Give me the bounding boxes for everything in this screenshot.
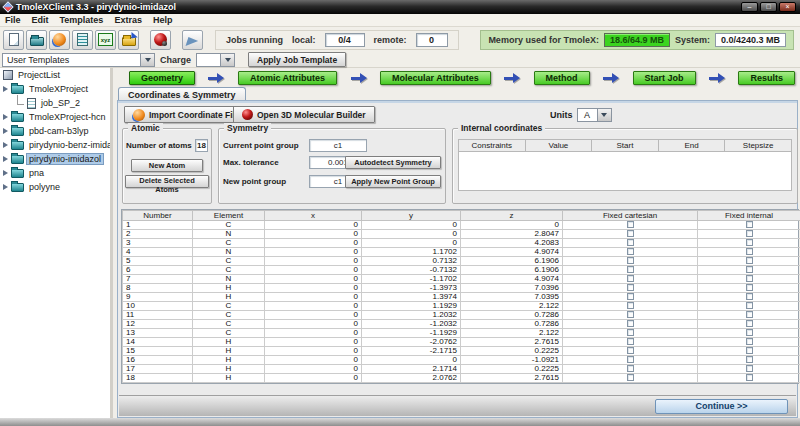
table-row[interactable]: 13C0-1.19292.122: [123, 329, 800, 338]
units-value[interactable]: A: [577, 108, 597, 122]
table-row[interactable]: 11C01.20320.7286: [123, 311, 800, 320]
open-folder-icon-button[interactable]: [26, 30, 47, 50]
fixed-internal-checkbox[interactable]: [746, 329, 753, 336]
fixed-internal-checkbox[interactable]: [746, 248, 753, 255]
table-row[interactable]: 18H02.07622.7615: [123, 374, 800, 383]
internal-column-value[interactable]: Value: [526, 139, 593, 152]
fixed-internal-checkbox[interactable]: [746, 311, 753, 318]
fixed-cartesian-checkbox[interactable]: [627, 374, 634, 381]
fixed-cartesian-checkbox[interactable]: [627, 347, 634, 354]
units-dropdown[interactable]: A: [577, 108, 612, 122]
fixed-cartesian-checkbox[interactable]: [627, 329, 634, 336]
fixed-cartesian-checkbox[interactable]: [627, 320, 634, 327]
fixed-internal-checkbox[interactable]: [746, 302, 753, 309]
title-bar[interactable]: TmoleXClient 3.3 - pirydynio-imidazol –□…: [0, 0, 800, 14]
fixed-cartesian-checkbox[interactable]: [627, 356, 634, 363]
internal-column-end[interactable]: End: [659, 139, 726, 152]
fixed-internal-checkbox[interactable]: [746, 275, 753, 282]
table-row[interactable]: 2N002.8047: [123, 230, 800, 239]
column-header-x[interactable]: x: [265, 211, 362, 221]
column-header-fixed-cartesian[interactable]: Fixed cartesian: [563, 211, 698, 221]
table-row[interactable]: 4N01.17024.9074: [123, 248, 800, 257]
fixed-internal-checkbox[interactable]: [746, 257, 753, 264]
internal-column-start[interactable]: Start: [592, 139, 659, 152]
fixed-internal-checkbox[interactable]: [746, 338, 753, 345]
internal-column-constraints[interactable]: Constraints: [458, 139, 526, 152]
expand-icon[interactable]: [3, 86, 8, 92]
import-coordinate-file-button[interactable]: Import Coordinate File: [124, 106, 249, 123]
fixed-cartesian-checkbox[interactable]: [627, 365, 634, 372]
open-3d-builder-button[interactable]: Open 3D Molecular Builder: [233, 106, 375, 123]
delete-selected-atoms-button[interactable]: Delete Selected Atoms: [125, 175, 209, 188]
column-header-number[interactable]: Number: [123, 211, 193, 221]
table-row[interactable]: 17H02.17140.2225: [123, 365, 800, 374]
tree-item-pirydynio-benz-imidazol[interactable]: pirydynio-benz-imidazol: [0, 138, 110, 152]
tree-root-projectlist[interactable]: ProjectList: [0, 68, 110, 82]
user-templates-dropdown[interactable]: User Templates: [2, 53, 155, 67]
tree-item-tmolexproject[interactable]: TmoleXProject: [0, 82, 110, 96]
fixed-cartesian-checkbox[interactable]: [627, 230, 634, 237]
expand-icon[interactable]: [3, 142, 8, 148]
fixed-cartesian-checkbox[interactable]: [627, 248, 634, 255]
tree-item-pirydynio-imidazol[interactable]: pirydynio-imidazol: [0, 152, 110, 166]
fixed-cartesian-checkbox[interactable]: [627, 275, 634, 282]
expand-icon[interactable]: [3, 114, 8, 120]
table-row[interactable]: 14H0-2.07622.7615: [123, 338, 800, 347]
workflow-step-molecular-attributes[interactable]: Molecular Attributes: [380, 71, 491, 85]
maximize-button[interactable]: □: [760, 2, 777, 12]
table-row[interactable]: 15H0-2.17150.2225: [123, 347, 800, 356]
apply-job-template-button[interactable]: Apply Job Template: [248, 52, 346, 67]
fixed-cartesian-checkbox[interactable]: [627, 284, 634, 291]
new-file-icon-button[interactable]: [3, 30, 24, 50]
tree-item-pna[interactable]: pna: [0, 166, 110, 180]
fixed-cartesian-checkbox[interactable]: [627, 311, 634, 318]
minimize-button[interactable]: –: [741, 2, 758, 12]
fixed-cartesian-checkbox[interactable]: [627, 302, 634, 309]
menu-help[interactable]: Help: [153, 15, 173, 25]
editor-icon-button[interactable]: [72, 30, 93, 50]
expand-icon[interactable]: [3, 156, 8, 162]
fixed-internal-checkbox[interactable]: [746, 365, 753, 372]
column-header-fixed-internal[interactable]: Fixed internal: [698, 211, 800, 221]
charge-dropdown-button[interactable]: [220, 53, 235, 67]
fixed-cartesian-checkbox[interactable]: [627, 266, 634, 273]
new-atom-button[interactable]: New Atom: [131, 159, 203, 172]
charge-value[interactable]: [196, 53, 220, 67]
fixed-cartesian-checkbox[interactable]: [627, 239, 634, 246]
fixed-internal-checkbox[interactable]: [746, 293, 753, 300]
fixed-internal-checkbox[interactable]: [746, 230, 753, 237]
table-row[interactable]: 7N0-1.17024.9074: [123, 275, 800, 284]
autodetect-symmetry-button[interactable]: Autodetect Symmetry: [345, 156, 441, 169]
expand-icon[interactable]: [3, 170, 8, 176]
fixed-cartesian-checkbox[interactable]: [627, 293, 634, 300]
internal-column-stepsize[interactable]: Stepsize: [725, 139, 792, 152]
expand-icon[interactable]: [3, 128, 8, 134]
table-row[interactable]: 3C004.2083: [123, 239, 800, 248]
table-row[interactable]: 6C0-0.71326.1906: [123, 266, 800, 275]
workflow-step-atomic-attributes[interactable]: Atomic Attributes: [238, 71, 337, 85]
internal-coordinates-body[interactable]: [458, 152, 792, 191]
continue-button[interactable]: Continue >>: [655, 399, 788, 414]
fixed-internal-checkbox[interactable]: [746, 356, 753, 363]
molecule-builder-icon-button[interactable]: [182, 30, 203, 50]
export-xyz-icon-button[interactable]: xyz: [95, 30, 116, 50]
workflow-step-start-job[interactable]: Start Job: [633, 71, 696, 85]
table-row[interactable]: 10C01.19292.122: [123, 302, 800, 311]
menu-extras[interactable]: Extras: [114, 15, 142, 25]
fixed-internal-checkbox[interactable]: [746, 284, 753, 291]
tree-item-pbd-cam-b3lyp[interactable]: pbd-cam-b3lyp: [0, 124, 110, 138]
fixed-internal-checkbox[interactable]: [746, 374, 753, 381]
column-header-z[interactable]: z: [461, 211, 563, 221]
expand-icon[interactable]: [3, 184, 8, 190]
fixed-cartesian-checkbox[interactable]: [627, 338, 634, 345]
charge-dropdown[interactable]: [196, 53, 235, 67]
menu-file[interactable]: File: [5, 15, 21, 25]
fixed-internal-checkbox[interactable]: [746, 266, 753, 273]
workflow-step-results[interactable]: Results: [738, 71, 795, 85]
apply-new-point-group-button[interactable]: Apply New Point Group: [345, 175, 441, 188]
menu-edit[interactable]: Edit: [32, 15, 49, 25]
tree-item-polyyne[interactable]: polyyne: [0, 180, 110, 194]
tree-item-tmolexproject-hcn[interactable]: TmoleXProject-hcn: [0, 110, 110, 124]
fixed-cartesian-checkbox[interactable]: [627, 257, 634, 264]
user-templates-value[interactable]: User Templates: [2, 53, 140, 67]
